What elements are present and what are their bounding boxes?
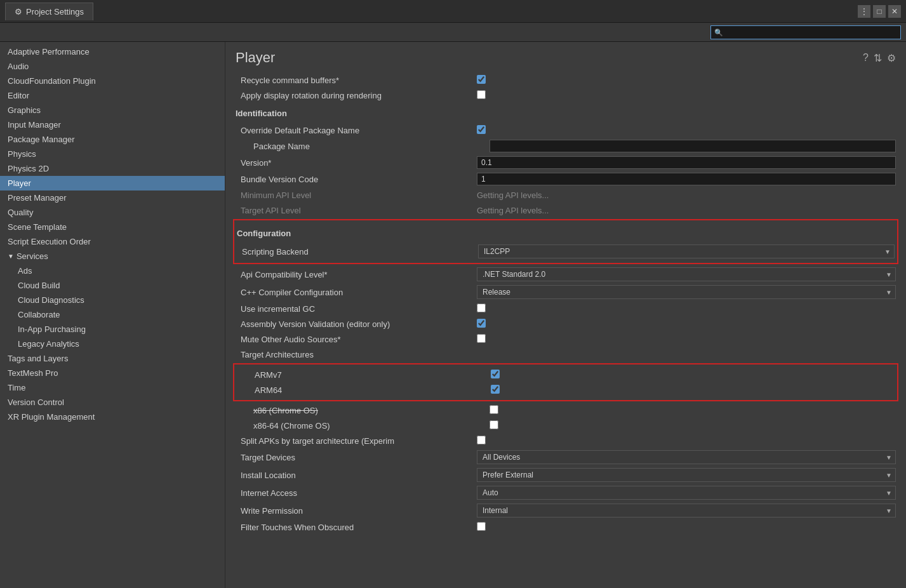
sidebar-item-textmesh-pro[interactable]: TextMesh Pro	[0, 366, 225, 380]
checkbox-mute-audio[interactable]	[477, 334, 486, 343]
dropdown-wrap-scripting-backend: IL2CPPMono▼	[478, 244, 895, 258]
checkbox-incremental-gc[interactable]	[477, 304, 486, 312]
setting-value-recycle-buffers	[477, 75, 896, 86]
sidebar-item-version-control[interactable]: Version Control	[0, 395, 225, 410]
search-input[interactable]	[710, 25, 901, 39]
checkbox-apply-display-rotation[interactable]	[477, 90, 486, 99]
sidebar-item-xr-plugin[interactable]: XR Plugin Management	[0, 410, 225, 424]
sidebar-item-script-execution-order[interactable]: Script Execution Order	[0, 234, 225, 249]
sidebar-item-collaborate[interactable]: Collaborate	[0, 307, 225, 322]
setting-label-incremental-gc: Use incremental GC	[236, 304, 477, 314]
sidebar-item-adaptive-performance[interactable]: Adaptive Performance	[0, 44, 225, 59]
setting-value-arm64	[491, 385, 895, 396]
checkbox-x86-chromeos[interactable]	[490, 405, 498, 414]
settings-button[interactable]: ⚙	[887, 52, 896, 64]
content-header: Player ? ⇅ ⚙	[236, 50, 896, 66]
maximize-button[interactable]: □	[873, 5, 886, 18]
dropdown-cpp-compiler[interactable]: ReleaseDebugMaster	[477, 285, 896, 299]
dropdown-scripting-backend[interactable]: IL2CPPMono	[478, 244, 895, 258]
setting-label-minimum-api: Minimum API Level	[236, 190, 477, 200]
sidebar-item-cloud-diagnostics[interactable]: Cloud Diagnostics	[0, 293, 225, 307]
dropdown-api-compat[interactable]: .NET Standard 2.0.NET 4.x	[477, 267, 896, 281]
checkbox-x86-64-chromeos[interactable]	[490, 420, 498, 429]
setting-row-cpp-compiler: C++ Compiler ConfigurationReleaseDebugMa…	[236, 283, 896, 301]
text-input-version[interactable]	[477, 156, 896, 169]
title-bar: ⚙ Project Settings ⋮ □ ✕	[0, 0, 906, 23]
dropdown-internet-access[interactable]: AutoRequire	[477, 486, 896, 500]
checkbox-split-apks[interactable]	[477, 436, 486, 444]
sidebar-item-preset-manager[interactable]: Preset Manager	[0, 190, 225, 205]
content-area: Player ? ⇅ ⚙ Recycle command buffers*App…	[225, 42, 906, 588]
sidebar-group-services[interactable]: ▼Services	[0, 249, 225, 264]
arch-red-outline: ARMv7ARM64	[233, 363, 898, 401]
setting-value-minimum-api: Getting API levels...	[477, 190, 896, 200]
checkbox-assembly-version[interactable]	[477, 319, 486, 328]
setting-value-api-compat: .NET Standard 2.0.NET 4.x▼	[477, 267, 896, 281]
sidebar-item-physics[interactable]: Physics	[0, 147, 225, 161]
setting-row-target-arch-header: Target Architectures	[236, 347, 896, 362]
checkbox-override-package-name[interactable]	[477, 125, 486, 134]
dropdown-target-devices[interactable]: All DevicesPhones OnlyTablets Only	[477, 450, 896, 464]
setting-row-x86-64-chromeos: x86-64 (Chrome OS)	[236, 418, 896, 433]
setting-value-split-apks	[477, 436, 896, 446]
setting-row-arm64: ARM64	[237, 382, 895, 398]
setting-row-identification-header: Identification	[236, 103, 896, 123]
sidebar-item-quality[interactable]: Quality	[0, 205, 225, 220]
help-button[interactable]: ?	[863, 52, 869, 64]
setting-label-target-devices: Target Devices	[236, 453, 477, 462]
setting-row-target-api: Target API LevelGetting API levels...	[236, 203, 896, 218]
search-icon: 🔍	[714, 28, 723, 36]
title-bar-tab[interactable]: ⚙ Project Settings	[5, 3, 93, 20]
settings-content: Recycle command buffers*Apply display ro…	[236, 72, 896, 535]
sidebar-item-legacy-analytics[interactable]: Legacy Analytics	[0, 337, 225, 351]
sidebar-item-label: Input Manager	[8, 120, 61, 130]
setting-row-scripting-backend: Scripting BackendIL2CPPMono▼	[237, 243, 895, 260]
sidebar-item-label: Package Manager	[8, 135, 75, 144]
sidebar: Adaptive PerformanceAudioCloudFoundation…	[0, 42, 225, 588]
setting-value-package-name	[490, 140, 896, 152]
sidebar-item-scene-template[interactable]: Scene Template	[0, 220, 225, 234]
checkbox-armv7[interactable]	[491, 370, 500, 378]
sidebar-item-player[interactable]: Player	[0, 176, 225, 190]
more-button[interactable]: ⋮	[858, 5, 870, 18]
sidebar-item-physics-2d[interactable]: Physics 2D	[0, 161, 225, 176]
sidebar-item-in-app-purchasing[interactable]: In-App Purchasing	[0, 322, 225, 337]
setting-row-filter-touches: Filter Touches When Obscured	[236, 519, 896, 535]
setting-value-version	[477, 156, 896, 169]
sidebar-item-time[interactable]: Time	[0, 380, 225, 395]
sidebar-item-graphics[interactable]: Graphics	[0, 103, 225, 117]
setting-row-apply-display-rotation: Apply display rotation during rendering	[236, 88, 896, 103]
setting-row-armv7: ARMv7	[237, 367, 895, 382]
sidebar-item-input-manager[interactable]: Input Manager	[0, 117, 225, 132]
dropdown-install-location[interactable]: Prefer ExternalAutoForce Internal	[477, 468, 896, 482]
title-bar-controls: ⋮ □ ✕	[858, 5, 901, 18]
setting-row-override-package-name: Override Default Package Name	[236, 123, 896, 138]
sidebar-item-package-manager[interactable]: Package Manager	[0, 132, 225, 147]
text-input-bundle-version-code[interactable]	[477, 173, 896, 185]
sidebar-item-label: Physics	[8, 149, 36, 159]
setting-value-cpp-compiler: ReleaseDebugMaster▼	[477, 285, 896, 299]
setting-row-split-apks: Split APKs by target architecture (Exper…	[236, 433, 896, 448]
setting-label-write-permission: Write Permission	[236, 506, 477, 516]
close-button[interactable]: ✕	[888, 5, 901, 18]
sidebar-item-audio[interactable]: Audio	[0, 59, 225, 74]
layout-button[interactable]: ⇅	[874, 52, 882, 64]
text-input-package-name[interactable]	[490, 140, 896, 152]
setting-value-write-permission: InternalExternal▼	[477, 504, 896, 518]
sidebar-item-editor[interactable]: Editor	[0, 88, 225, 103]
setting-label-target-arch-header: Target Architectures	[236, 350, 477, 359]
sidebar-item-label: Cloud Build	[18, 281, 60, 290]
setting-row-recycle-buffers: Recycle command buffers*	[236, 72, 896, 88]
checkbox-filter-touches[interactable]	[477, 522, 486, 531]
setting-value-armv7	[491, 370, 895, 380]
sidebar-item-cloudfoundation[interactable]: CloudFoundation Plugin	[0, 74, 225, 88]
sidebar-item-ads[interactable]: Ads	[0, 264, 225, 278]
setting-label-x86-chromeos: x86 (Chrome OS)	[248, 406, 490, 415]
setting-row-bundle-version-code: Bundle Version Code	[236, 171, 896, 187]
sidebar-item-tags-and-layers[interactable]: Tags and Layers	[0, 351, 225, 366]
sidebar-item-label: Physics 2D	[8, 164, 49, 173]
dropdown-write-permission[interactable]: InternalExternal	[477, 504, 896, 518]
sidebar-item-cloud-build[interactable]: Cloud Build	[0, 278, 225, 293]
checkbox-recycle-buffers[interactable]	[477, 75, 486, 84]
checkbox-arm64[interactable]	[491, 385, 500, 394]
